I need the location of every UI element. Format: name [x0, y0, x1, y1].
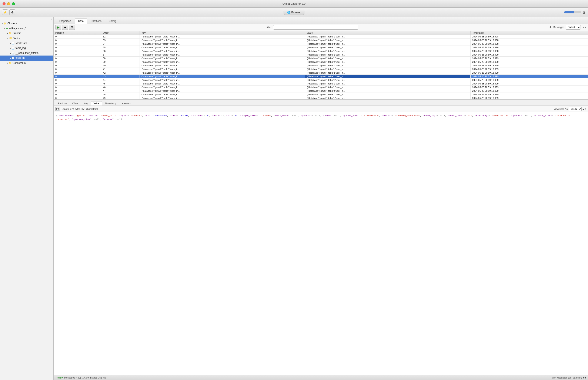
table-row[interactable]: 035{"database":"gmail","table":"user_in.…: [54, 46, 588, 49]
browser-label: Browser: [291, 11, 301, 14]
topics-chevron[interactable]: ▼: [7, 37, 9, 40]
sidebar-item-topic-db[interactable]: ▶ 📄 topic_db: [0, 56, 53, 60]
cell-key: {"database":"gmail","table":"user_in...: [140, 89, 305, 93]
brokers-chevron[interactable]: ▶: [7, 32, 8, 35]
mockdata-chevron[interactable]: ▶: [10, 42, 11, 45]
table-row[interactable]: 043{"database":"gmail","table":"user_in.…: [54, 75, 588, 78]
cell-value: {"database":"gmail","table":"user_in...: [305, 38, 470, 42]
detail-tab-value[interactable]: Value: [91, 101, 102, 106]
table-row[interactable]: 044{"database":"gmail","table":"user_in.…: [54, 78, 588, 82]
cell-value: {"database":"gmail","table":"user_in...: [305, 86, 470, 89]
table-row[interactable]: 032{"database":"gmail","table":"user_in.…: [54, 35, 588, 38]
table-row[interactable]: 038{"database":"gmail","table":"user_in.…: [54, 57, 588, 60]
cell-timestamp: 2024-05-28 20:59:13.999: [470, 57, 588, 60]
table-row[interactable]: 037{"database":"gmail","table":"user_in.…: [54, 53, 588, 57]
cell-key: {"database":"gmail","table":"user_in...: [140, 96, 305, 99]
sidebar-item-topics[interactable]: ▼ 📁 Topics: [0, 36, 53, 41]
format-select[interactable]: JSON Text Hex: [569, 107, 582, 111]
data-table: Partition Offset Key Value Timestamp 032…: [54, 31, 588, 99]
oldest-chevron-icon: ▲▼: [582, 26, 586, 29]
table-row[interactable]: 034{"database":"gmail","table":"user_in.…: [54, 42, 588, 46]
cell-offset: 42: [101, 71, 140, 75]
cell-partition: 0: [54, 75, 101, 78]
toolbar-right: 🗑: [564, 10, 586, 14]
table-row[interactable]: 047{"database":"gmail","table":"user_in.…: [54, 89, 588, 93]
sidebar-item-consumers[interactable]: ▶ 📁 Consumers: [0, 61, 53, 66]
settings-icon[interactable]: ⚙: [9, 9, 15, 15]
cell-value: {"database":"gmail","table":"user_in...: [305, 82, 470, 86]
consumer-offsets-chevron[interactable]: ▶: [10, 52, 11, 55]
clusters-chevron[interactable]: ▼: [1, 22, 3, 25]
cell-value: {"database":"gmail","table":"user_in...: [305, 35, 470, 38]
detail-tab-offset[interactable]: Offset: [69, 101, 81, 106]
table-row[interactable]: 049{"database":"gmail","table":"user_in.…: [54, 96, 588, 99]
sidebar-item-consumer-offsets[interactable]: ▶ 📄 __consumer_offsets: [0, 51, 53, 56]
cell-partition: 0: [54, 71, 101, 75]
browser-button[interactable]: 🌐 Browser: [284, 10, 304, 15]
minimize-button[interactable]: [7, 2, 10, 5]
table-row[interactable]: 033{"database":"gmail","table":"user_in.…: [54, 38, 588, 42]
data-toolbar: ▶ ■ ⊞ Filter ⬇ Messages Oldest Newest ▲▼: [54, 24, 588, 31]
tab-properties[interactable]: Properties: [56, 19, 75, 24]
table-row[interactable]: 039{"database":"gmail","table":"user_in.…: [54, 60, 588, 64]
oldest-select[interactable]: Oldest Newest: [566, 25, 581, 30]
table-row[interactable]: 042{"database":"gmail","table":"user_in.…: [54, 71, 588, 75]
window-controls[interactable]: [2, 2, 15, 5]
sidebar-item-mockdata[interactable]: ▶ 📄 MockData: [0, 41, 53, 46]
tab-data[interactable]: Data: [75, 19, 87, 24]
table-row[interactable]: 048{"database":"gmail","table":"user_in.…: [54, 93, 588, 96]
kafka-cluster-chevron[interactable]: ▼: [4, 27, 6, 30]
sidebar-expand-icon[interactable]: ⤓: [50, 18, 52, 21]
download-icon[interactable]: ⬇: [549, 25, 552, 29]
topic-db-chevron[interactable]: ▶: [10, 57, 11, 59]
cell-value: {"database":"gmail","table":"user_in...: [305, 75, 470, 78]
length-text: Length: 374 bytes [374 characters]: [62, 108, 554, 110]
filter-input[interactable]: [273, 25, 358, 30]
cell-offset: 43: [101, 75, 140, 78]
table-row[interactable]: 046{"database":"gmail","table":"user_in.…: [54, 86, 588, 89]
close-button[interactable]: [2, 2, 5, 5]
main-content: ⤓ ▼ 📁 Clusters ▼ kafka_cluster_1 ▶ 📁 Bro…: [0, 17, 588, 380]
cell-timestamp: 2024-05-28 20:59:13.999: [470, 86, 588, 89]
connect-icon[interactable]: ⚡: [2, 9, 8, 15]
cell-timestamp: 2024-05-28 20:59:13.998: [470, 42, 588, 46]
table-view-button[interactable]: ⊞: [69, 25, 75, 30]
save-icon[interactable]: 💾: [55, 107, 60, 111]
detail-tab-timestamp[interactable]: Timestamp: [102, 101, 119, 106]
sidebar-item-kafka-cluster[interactable]: ▼ kafka_cluster_1: [0, 26, 53, 31]
table-row[interactable]: 041{"database":"gmail","table":"user_in.…: [54, 67, 588, 71]
sidebar-item-brokers[interactable]: ▶ 📁 Brokers: [0, 31, 53, 36]
cell-timestamp: 2024-05-28 20:59:13.999: [470, 53, 588, 57]
tab-partitions[interactable]: Partitions: [87, 19, 105, 24]
consumer-offsets-icon: 📄: [12, 51, 15, 55]
tab-config[interactable]: Config: [105, 19, 120, 24]
table-row[interactable]: 040{"database":"gmail","table":"user_in.…: [54, 64, 588, 67]
cell-partition: 0: [54, 64, 101, 67]
table-row[interactable]: 036{"database":"gmail","table":"user_in.…: [54, 49, 588, 53]
sidebar-item-clusters[interactable]: ▼ 📁 Clusters: [0, 21, 53, 26]
mockdata-topic-icon: 📄: [12, 41, 15, 45]
cell-timestamp: 2024-05-28 20:59:13.999: [470, 89, 588, 93]
cell-timestamp: 2024-05-28 20:59:13.998: [470, 38, 588, 42]
browser-icon: 🌐: [287, 11, 290, 14]
stop-button[interactable]: ■: [62, 25, 68, 30]
detail-tab-key[interactable]: Key: [81, 101, 91, 106]
cell-timestamp: 2024-05-28 20:59:13.998: [470, 46, 588, 49]
play-button[interactable]: ▶: [55, 25, 61, 30]
topic-log-chevron[interactable]: ▶: [10, 47, 11, 50]
table-row[interactable]: 045{"database":"gmail","table":"user_in.…: [54, 82, 588, 86]
detail-tab-headers[interactable]: Headers: [119, 101, 134, 106]
detail-tab-partition[interactable]: Partition: [55, 101, 69, 106]
col-value: Value: [305, 31, 470, 35]
sidebar-item-topic-log[interactable]: ▶ 📄 topic_log: [0, 46, 53, 51]
maximize-button[interactable]: [12, 2, 15, 5]
app-toolbar: ⚡ ⚙ 🌐 Browser 🗑: [0, 8, 588, 17]
right-pane: Properties Data Partitions Config ▶ ■ ⊞ …: [54, 17, 588, 380]
cell-timestamp: 2024-05-28 20:59:13.999: [470, 82, 588, 86]
consumers-chevron[interactable]: ▶: [7, 61, 8, 64]
filter-label: Filter: [266, 26, 272, 29]
format-chevron-icon: ▲▼: [582, 108, 586, 110]
topics-folder-icon: 📁: [9, 36, 12, 40]
trash-icon[interactable]: 🗑: [583, 10, 586, 14]
cell-offset: 39: [101, 60, 140, 64]
